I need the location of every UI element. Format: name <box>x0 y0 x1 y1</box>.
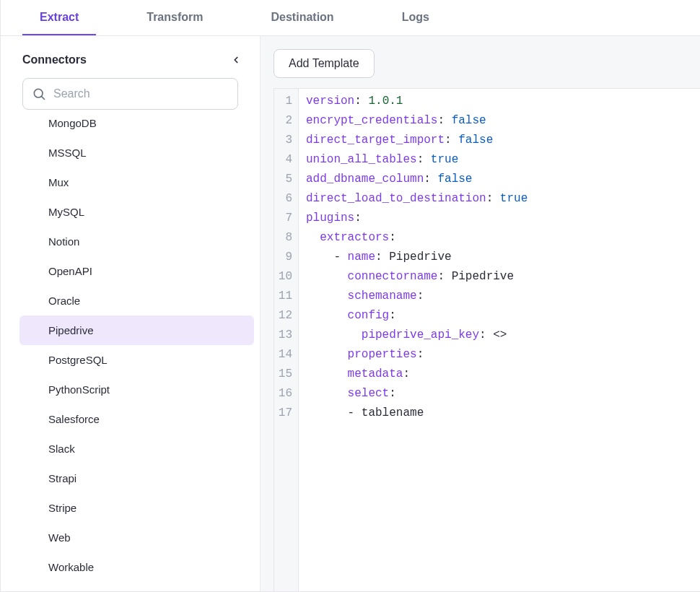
connector-item-notion[interactable]: Notion <box>19 227 254 256</box>
connector-item-strapi[interactable]: Strapi <box>19 463 254 493</box>
collapse-sidebar-icon[interactable] <box>228 52 244 68</box>
line-gutter: 1234567891011121314151617 <box>274 89 299 591</box>
connector-item-pipedrive[interactable]: Pipedrive <box>19 315 254 345</box>
connector-item-web[interactable]: Web <box>19 523 254 552</box>
code-area[interactable]: version: 1.0.1encrypt_credentials: false… <box>299 89 700 591</box>
connector-item-mysql[interactable]: MySQL <box>19 197 254 227</box>
svg-point-0 <box>34 89 43 97</box>
main-body: Connectors MongoDBMSSQLMuxMySQLNotionOpe… <box>1 36 700 591</box>
search-icon <box>32 87 46 101</box>
connector-item-mssql[interactable]: MSSQL <box>19 138 254 167</box>
tab-bar: ExtractTransformDestinationLogs <box>1 0 700 36</box>
add-template-button[interactable]: Add Template <box>274 49 375 78</box>
connector-item-slack[interactable]: Slack <box>19 434 254 463</box>
connector-item-mongodb[interactable]: MongoDB <box>19 116 254 138</box>
sidebar-title: Connectors <box>22 53 87 66</box>
sidebar: Connectors MongoDBMSSQLMuxMySQLNotionOpe… <box>1 36 261 591</box>
search-input[interactable] <box>53 87 229 100</box>
connector-item-oracle[interactable]: Oracle <box>19 286 254 315</box>
search-input-wrap[interactable] <box>22 78 238 110</box>
tab-logs[interactable]: Logs <box>385 1 447 35</box>
tab-destination[interactable]: Destination <box>254 1 351 35</box>
connector-item-stripe[interactable]: Stripe <box>19 493 254 523</box>
connector-item-workable[interactable]: Workable <box>19 552 254 582</box>
connector-item-salesforce[interactable]: Salesforce <box>19 404 254 434</box>
editor-toolbar: Add Template <box>261 36 700 88</box>
svg-line-1 <box>42 97 45 100</box>
tab-transform[interactable]: Transform <box>129 1 220 35</box>
connector-item-pythonscript[interactable]: PythonScript <box>19 375 254 404</box>
connector-list[interactable]: MongoDBMSSQLMuxMySQLNotionOpenAPIOracleP… <box>1 116 260 591</box>
connector-item-openapi[interactable]: OpenAPI <box>19 256 254 286</box>
connector-item-postgresql[interactable]: PostgreSQL <box>19 345 254 375</box>
tab-extract[interactable]: Extract <box>22 1 96 35</box>
code-editor[interactable]: 1234567891011121314151617 version: 1.0.1… <box>274 88 700 591</box>
editor-panel: Add Template 1234567891011121314151617 v… <box>261 36 700 591</box>
connector-item-mux[interactable]: Mux <box>19 167 254 197</box>
app-frame: ExtractTransformDestinationLogs Connecto… <box>0 0 700 592</box>
